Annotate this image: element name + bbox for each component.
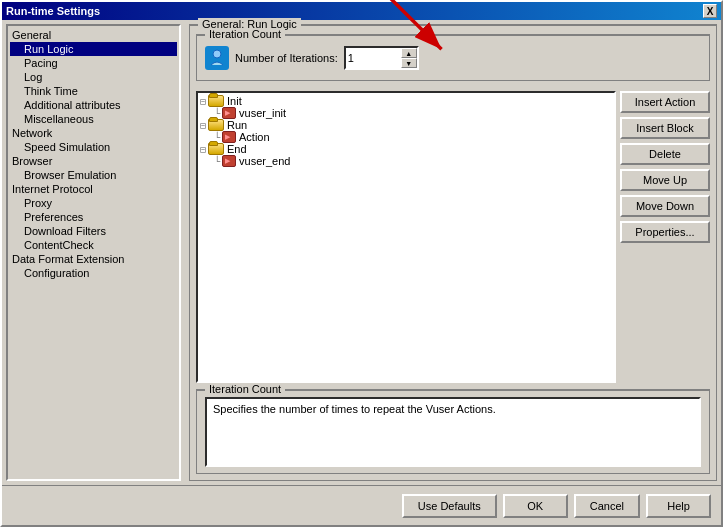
action-label: Action (239, 131, 270, 143)
content-area: General Run Logic Pacing Log Think Time … (2, 20, 721, 485)
expand-init: ⊟ (200, 96, 206, 107)
sidebar-item-pacing[interactable]: Pacing (10, 56, 177, 70)
iterations-input[interactable] (346, 48, 401, 68)
sidebar-item-data-format[interactable]: Data Format Extension (10, 252, 177, 266)
cancel-button[interactable]: Cancel (574, 494, 640, 518)
vuser-end-icon (222, 155, 236, 167)
properties-button[interactable]: Properties... (620, 221, 710, 243)
sidebar-item-miscellaneous[interactable]: Miscellaneous (10, 112, 177, 126)
action-buttons: Insert Action Insert Block Delete Move U… (620, 91, 710, 383)
sidebar-item-think-time[interactable]: Think Time (10, 84, 177, 98)
init-folder-icon (208, 95, 224, 107)
run-logic-group: General: Run Logic Iteration Count Numbe… (189, 24, 717, 481)
sidebar-item-download-filters[interactable]: Download Filters (10, 224, 177, 238)
spin-down-button[interactable]: ▼ (401, 58, 417, 68)
move-up-button[interactable]: Move Up (620, 169, 710, 191)
run-folder-icon (208, 119, 224, 131)
use-defaults-button[interactable]: Use Defaults (402, 494, 497, 518)
end-folder-icon (208, 143, 224, 155)
iteration-count-label: Iteration Count (205, 28, 285, 40)
main-window: Run-time Settings X General Run Logic Pa… (0, 0, 723, 527)
iterations-spinbox[interactable]: ▲ ▼ (344, 46, 419, 70)
arrow-wrapper: ▲ ▼ (344, 46, 419, 70)
sidebar-item-run-logic[interactable]: Run Logic (10, 42, 177, 56)
vuser-init-label: vuser_init (239, 107, 286, 119)
tree-row-vuser-init[interactable]: └ vuser_init (200, 107, 612, 119)
sidebar-item-network[interactable]: Network (10, 126, 177, 140)
sidebar-item-configuration[interactable]: Configuration (10, 266, 177, 280)
action-icon (222, 131, 236, 143)
vuser-icon (205, 46, 229, 70)
info-group: Iteration Count Specifies the number of … (196, 389, 710, 474)
sidebar-item-preferences[interactable]: Preferences (10, 210, 177, 224)
info-text: Specifies the number of times to repeat … (213, 403, 496, 415)
delete-button[interactable]: Delete (620, 143, 710, 165)
sidebar-item-content-check[interactable]: ContentCheck (10, 238, 177, 252)
sidebar-item-browser[interactable]: Browser (10, 154, 177, 168)
tree-row-vuser-end[interactable]: └ vuser_end (200, 155, 612, 167)
tree-view-area: ⊟ Init └ vuser_init ⊟ (196, 91, 710, 383)
expand-end: ⊟ (200, 144, 206, 155)
tree-row-action[interactable]: └ Action (200, 131, 612, 143)
help-button[interactable]: Help (646, 494, 711, 518)
sidebar-item-speed-sim[interactable]: Speed Simulation (10, 140, 177, 154)
close-button[interactable]: X (703, 4, 717, 18)
spinbox-buttons: ▲ ▼ (401, 48, 417, 68)
sidebar-item-proxy[interactable]: Proxy (10, 196, 177, 210)
ok-button[interactable]: OK (503, 494, 568, 518)
sidebar-item-internet-proto[interactable]: Internet Protocol (10, 182, 177, 196)
tree-row-init[interactable]: ⊟ Init (200, 95, 612, 107)
sidebar: General Run Logic Pacing Log Think Time … (6, 24, 181, 481)
init-label: Init (227, 95, 242, 107)
iteration-row: Number of Iterations: ▲ ▼ (205, 42, 701, 74)
end-label: End (227, 143, 247, 155)
sidebar-item-log[interactable]: Log (10, 70, 177, 84)
info-text-box: Specifies the number of times to repeat … (205, 397, 701, 467)
tree-row-end[interactable]: ⊟ End (200, 143, 612, 155)
svg-point-0 (213, 50, 221, 58)
bottom-bar: Use Defaults OK Cancel Help (2, 485, 721, 525)
tree-row-run[interactable]: ⊟ Run (200, 119, 612, 131)
run-label: Run (227, 119, 247, 131)
title-bar: Run-time Settings X (2, 2, 721, 20)
iteration-count-group: Iteration Count Number of Iterations: (196, 34, 710, 81)
insert-action-button[interactable]: Insert Action (620, 91, 710, 113)
connector-vuser-end: └ (214, 156, 220, 167)
num-iterations-label: Number of Iterations: (235, 52, 338, 64)
sidebar-item-browser-emul[interactable]: Browser Emulation (10, 168, 177, 182)
vuser-init-icon (222, 107, 236, 119)
move-down-button[interactable]: Move Down (620, 195, 710, 217)
sidebar-item-general[interactable]: General (10, 28, 177, 42)
window-title: Run-time Settings (6, 5, 100, 17)
insert-block-button[interactable]: Insert Block (620, 117, 710, 139)
sidebar-item-additional-attr[interactable]: Additional attributes (10, 98, 177, 112)
vuser-end-label: vuser_end (239, 155, 290, 167)
info-title: Iteration Count (205, 383, 285, 395)
spin-up-button[interactable]: ▲ (401, 48, 417, 58)
main-panel: General: Run Logic Iteration Count Numbe… (185, 20, 721, 485)
action-tree[interactable]: ⊟ Init └ vuser_init ⊟ (196, 91, 616, 383)
expand-run: ⊟ (200, 120, 206, 131)
